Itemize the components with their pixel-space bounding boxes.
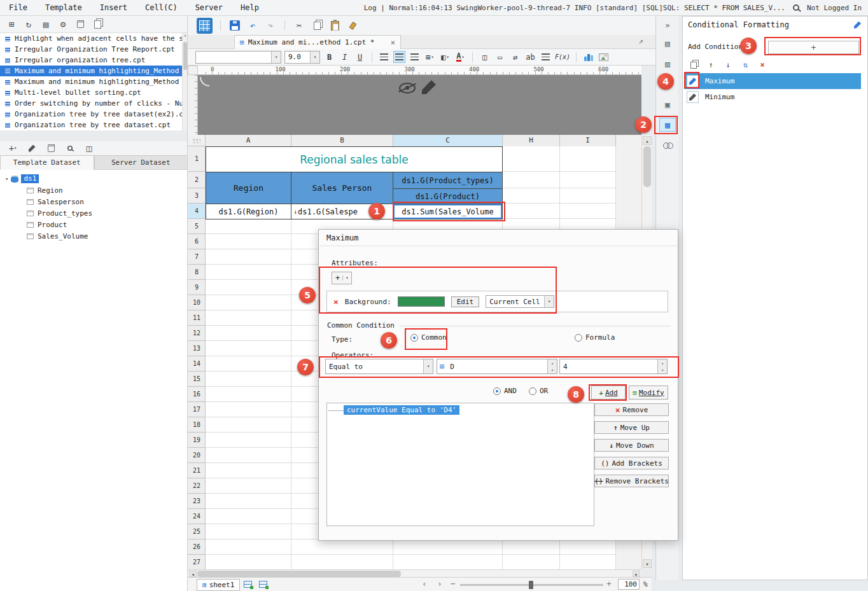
add-block-sheet-icon[interactable] — [259, 581, 267, 590]
hyperlink-icon[interactable] — [659, 138, 676, 152]
panel-edit-icon[interactable] — [854, 22, 861, 29]
remove-brackets-button[interactable]: () Remove Brackets — [594, 475, 669, 487]
view-mode-icon[interactable]: ▤ — [39, 18, 52, 31]
merge-cells-button[interactable]: ⇄ — [509, 51, 521, 63]
cut-icon[interactable]: ✂ — [293, 19, 305, 32]
row-header-19[interactable]: 19 — [188, 433, 206, 448]
row-header-7[interactable]: 7 — [188, 249, 206, 265]
delete-condition-icon[interactable]: × — [757, 60, 768, 70]
add-grid-sheet-icon[interactable] — [244, 581, 252, 590]
hscroll-thumb[interactable] — [197, 571, 401, 577]
font-family-select[interactable]: ▾ — [195, 51, 281, 64]
dataset-field-salesperson[interactable]: Salesperson — [0, 196, 187, 207]
zoom-value[interactable]: 100 — [618, 579, 640, 590]
zoom-slider-thumb[interactable] — [529, 581, 533, 589]
spin-down-icon[interactable]: ▾ — [658, 366, 667, 373]
scroll-up-icon[interactable]: ▲ — [643, 136, 652, 145]
row-header-17[interactable]: 17 — [188, 402, 206, 417]
insert-chart-button[interactable] — [582, 51, 594, 63]
file-item[interactable]: Organization tree by tree dataset.cpt — [0, 120, 182, 130]
edit-mode-icon[interactable] — [422, 80, 436, 96]
remove-expression-button[interactable]: × Remove — [594, 403, 669, 416]
modify-expression-button[interactable]: ⊞ Modify — [629, 386, 668, 400]
export-icon[interactable]: ↗ — [638, 36, 643, 46]
file-item[interactable]: Irregular Organization Tree Report.cpt — [0, 44, 182, 55]
new-template-icon[interactable]: ⊞ — [5, 18, 18, 31]
copy-template-icon[interactable] — [91, 18, 104, 31]
insert-image-button[interactable] — [598, 51, 610, 63]
column-header-a[interactable]: A — [206, 135, 291, 146]
copy-icon[interactable] — [311, 19, 323, 32]
row-header-2[interactable]: 2 — [188, 172, 206, 188]
operator-select[interactable]: Equal to ▾ — [325, 359, 433, 374]
file-item[interactable]: Multi-level bullet sorting.cpt — [0, 87, 182, 98]
background-color-swatch[interactable] — [398, 296, 445, 307]
formula-button[interactable]: F(x) — [555, 51, 570, 63]
tree-collapse-icon[interactable]: ▾ — [5, 176, 8, 182]
menu-item-insert[interactable]: Insert — [91, 0, 136, 15]
widget-library-icon[interactable]: ▤ — [659, 36, 676, 50]
column-header-b[interactable]: B — [291, 135, 393, 146]
condition-expression[interactable]: currentValue Equal to 'D4' — [344, 405, 459, 415]
condition-item-maximum[interactable]: Maximum — [684, 73, 861, 89]
row-spinner[interactable]: ▴▾ — [657, 359, 667, 373]
add-brackets-button[interactable]: () Add Brackets — [594, 457, 669, 469]
sheet-tab[interactable]: ⊞ sheet1 — [197, 579, 240, 591]
cell-product-formula[interactable]: ds1.G(Product) — [393, 188, 503, 204]
edit-maximum-icon[interactable] — [687, 75, 699, 87]
menu-item-server[interactable]: Server — [186, 0, 232, 15]
tab-server-dataset[interactable]: Server Dataset — [94, 155, 188, 170]
bold-button[interactable]: B — [323, 51, 335, 63]
row-header-13[interactable]: 13 — [188, 341, 206, 356]
cell-salesperson-header[interactable]: Sales Person — [291, 172, 393, 204]
form-settings-icon[interactable]: ▣ — [659, 97, 676, 111]
spin-up-icon[interactable]: ▴ — [658, 359, 667, 366]
move-down-button[interactable]: ↓ Move Down — [594, 439, 669, 452]
redo-icon[interactable]: ↷ — [264, 19, 277, 32]
menu-item-file[interactable]: File — [0, 0, 36, 15]
add-expression-button[interactable]: + Add — [591, 386, 626, 400]
menu-item-template[interactable]: Template — [36, 0, 91, 15]
scroll-right-icon[interactable]: ▶ — [633, 571, 640, 577]
undo-icon[interactable]: ↶ — [246, 19, 259, 32]
row-header-1[interactable]: 1 — [188, 146, 206, 172]
dataset-field-product-types[interactable]: Product_types — [0, 207, 187, 219]
row-header-22[interactable]: 22 — [188, 478, 206, 494]
delete-cell-button[interactable]: ▭ — [494, 51, 506, 63]
italic-button[interactable]: I — [339, 51, 351, 63]
column-header-c[interactable]: C — [393, 135, 503, 146]
column-ref-field[interactable]: ⊞ D ▴▾ — [437, 359, 557, 374]
cell-region-header[interactable]: Region — [206, 172, 291, 204]
collapse-panel-icon[interactable]: » — [659, 18, 676, 32]
row-header-18[interactable]: 18 — [188, 417, 206, 433]
row-header-6[interactable]: 6 — [188, 234, 206, 249]
row-header-15[interactable]: 15 — [188, 372, 206, 387]
file-item[interactable]: Highlight when adjacent cells have the s — [0, 33, 182, 44]
row-header-8[interactable]: 8 — [188, 265, 206, 280]
row-header-27[interactable]: 27 — [188, 555, 206, 569]
spin-down-icon[interactable]: ▾ — [548, 366, 557, 373]
file-item[interactable]: Maximum and minimum highlighting_Method — [0, 76, 182, 87]
row-header-4[interactable]: 4 — [188, 204, 206, 219]
sheet-hscrollbar[interactable]: ◀ ▶ — [188, 569, 641, 577]
row-header-21[interactable]: 21 — [188, 463, 206, 478]
next-page-icon[interactable]: › — [437, 579, 442, 588]
align-left-button[interactable] — [378, 51, 390, 63]
row-header-11[interactable]: 11 — [188, 310, 206, 326]
save-icon[interactable] — [228, 19, 241, 32]
condition-list[interactable]: currentValue Equal to 'D4' — [326, 403, 594, 526]
settings-icon[interactable]: ⚙ — [57, 18, 69, 31]
refresh-icon[interactable]: ↻ — [22, 18, 35, 31]
column-spinner[interactable]: ▴▾ — [547, 359, 557, 373]
row-header-10[interactable]: 10 — [188, 295, 206, 310]
column-header-i[interactable]: I — [560, 135, 616, 146]
close-tab-icon[interactable]: × — [391, 38, 395, 47]
move-condition-up-icon[interactable]: ↑ — [705, 60, 717, 70]
underline-button[interactable]: U — [354, 51, 366, 63]
menu-item-cell-c-[interactable]: Cell(C) — [136, 0, 186, 15]
zoom-in-icon[interactable]: + — [606, 579, 612, 588]
login-status[interactable]: Not Logged In — [807, 4, 862, 12]
add-attribute-button[interactable]: + ▾ — [332, 272, 352, 284]
move-condition-down-icon[interactable]: ↓ — [722, 60, 734, 70]
tab-template-dataset[interactable]: Template Dataset — [0, 155, 94, 170]
